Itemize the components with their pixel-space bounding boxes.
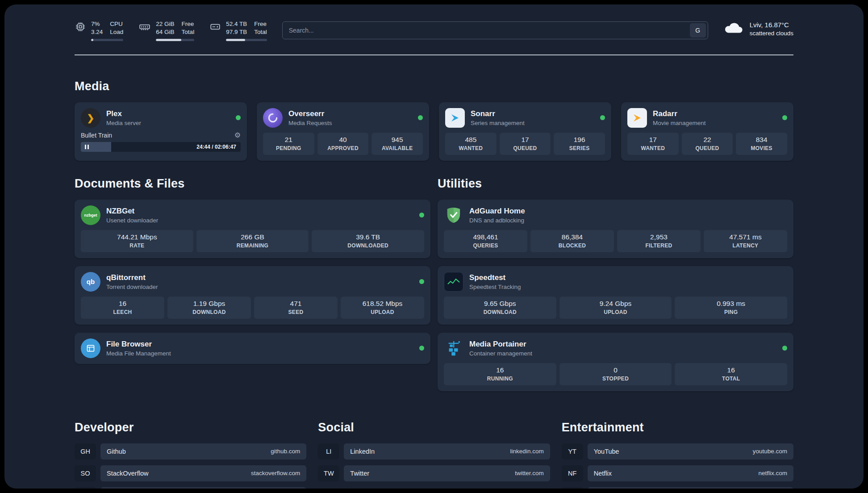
stat-value: 39.6 TB: [356, 233, 380, 241]
stat-label: QUEUED: [695, 145, 719, 151]
portainer-icon: [444, 338, 463, 358]
bookmark-stackoverflow[interactable]: SO StackOverflowstackoverflow.com: [75, 465, 306, 481]
bookmark-netflix[interactable]: NF Netflixnetflix.com: [562, 465, 793, 481]
stat-value: 0.993 ms: [717, 300, 745, 308]
stat-value: 21: [285, 136, 292, 144]
bookmark-name: Github: [107, 448, 126, 455]
bookmark-reddit[interactable]: RE Redditreddit.com: [562, 487, 793, 489]
app-card-overseerr[interactable]: Overseerr Media Requests 21PENDING 40APP…: [257, 102, 429, 161]
app-name: Radarr: [653, 109, 706, 118]
stat-value: 16: [119, 300, 126, 308]
cpu-widget: 7% CPU 3.24 Load: [75, 21, 123, 41]
radarr-icon: [627, 108, 647, 128]
app-subtitle: Media File Management: [106, 350, 171, 357]
stat-blocked: 86,384BLOCKED: [530, 230, 614, 252]
playback-progress-bar[interactable]: 24:44 / 02:06:47: [81, 142, 241, 152]
stat-filtered: 2,953FILTERED: [617, 230, 701, 252]
stat-label: STOPPED: [602, 376, 629, 382]
ram-free: 22 GiB: [156, 21, 174, 28]
bookmark-twitter[interactable]: TW Twittertwitter.com: [318, 465, 550, 481]
plex-icon: ❯: [81, 108, 100, 128]
app-name: Media Portainer: [469, 340, 532, 349]
bookmark-abbr: NF: [562, 465, 583, 481]
app-name: Overseerr: [288, 109, 332, 118]
bookmark-abbr: GH: [75, 443, 96, 460]
app-name: Plex: [106, 109, 141, 118]
app-subtitle: Speedtest Tracking: [469, 284, 521, 290]
disk-icon: [209, 21, 221, 34]
stat-label: TOTAL: [722, 376, 740, 382]
status-dot: [236, 115, 241, 120]
stat-value: 9.65 Gbps: [484, 300, 516, 308]
app-card-nzbget[interactable]: nzbget NZBGet Usenet downloader 744.21 M…: [75, 200, 430, 258]
app-card-qbittorrent[interactable]: qb qBittorrent Torrent downloader 16LEEC…: [75, 266, 430, 325]
stat-rate: 744.21 MbpsRATE: [81, 230, 193, 252]
section-title-media: Media: [75, 79, 793, 93]
dashboard-panel: 7% CPU 3.24 Load 22 GiB Free 64 GiB Tota…: [4, 4, 864, 489]
stat-label: PENDING: [276, 145, 301, 151]
app-card-speedtest[interactable]: Speedtest Speedtest Tracking 9.65 GbpsDO…: [438, 266, 793, 325]
bookmark-abbr: YT: [562, 443, 583, 460]
stat-label: DOWNLOAD: [192, 309, 225, 315]
bookmark-youtube[interactable]: YT YouTubeyoutube.com: [562, 443, 793, 460]
search-engine-button[interactable]: G: [690, 23, 706, 38]
bookmark-github[interactable]: GH Githubgithub.com: [75, 443, 306, 460]
stat-value: 1.19 Gbps: [193, 300, 225, 308]
app-card-sonarr[interactable]: Sonarr Series management 485WANTED 17QUE…: [439, 102, 611, 161]
section-title-developer: Developer: [75, 421, 306, 435]
app-card-adguard[interactable]: AdGuard Home DNS and adblocking 498,461Q…: [438, 200, 793, 258]
ram-bottom-label: Total: [182, 29, 195, 36]
stat-label: FILTERED: [645, 242, 672, 249]
stat-queued: 17QUEUED: [500, 133, 551, 155]
ram-total: 64 GiB: [156, 29, 174, 36]
app-name: Speedtest: [469, 273, 521, 282]
playback-time: 24:44 / 02:06:47: [196, 144, 236, 150]
app-subtitle: Movie management: [653, 120, 706, 126]
stat-wanted: 17WANTED: [627, 133, 679, 155]
weather-location: Lviv, 16.87°C: [750, 21, 793, 29]
stat-value: 945: [392, 136, 403, 144]
stat-queries: 498,461QUERIES: [444, 230, 527, 252]
app-card-plex[interactable]: ❯ Plex Media server Bullet Train ⚙ 24:44…: [75, 102, 247, 161]
app-name: File Browser: [106, 340, 171, 349]
stat-label: BLOCKED: [559, 242, 586, 249]
app-card-filebrowser[interactable]: File Browser Media File Management: [75, 333, 430, 364]
stat-leech: 16LEECH: [81, 297, 164, 319]
speedtest-icon: [444, 272, 463, 292]
ram-bar: [156, 39, 194, 41]
search-input[interactable]: [289, 27, 690, 34]
app-card-portainer[interactable]: Media Portainer Container management 16R…: [438, 333, 793, 391]
stat-label: REMAINING: [237, 242, 268, 249]
stat-label: WANTED: [641, 145, 665, 151]
pause-icon[interactable]: [85, 145, 89, 149]
stat-ping: 0.993 msPING: [675, 297, 787, 319]
bookmarks-social: Social LI LinkedInlinkedin.com TW Twitte…: [318, 421, 550, 489]
gear-icon[interactable]: ⚙: [234, 132, 241, 139]
disk-free: 52.4 TB: [226, 21, 247, 28]
bookmark-dev[interactable]: DT DEVdev.to: [75, 487, 306, 489]
stat-label: MOVIES: [751, 145, 772, 151]
bookmarks-developer: Developer GH Githubgithub.com SO StackOv…: [75, 421, 306, 489]
media-grid: ❯ Plex Media server Bullet Train ⚙ 24:44…: [75, 102, 793, 161]
status-dot: [419, 279, 424, 284]
stat-label: SEED: [288, 309, 304, 315]
stat-label: DOWNLOADED: [347, 242, 388, 249]
stat-label: UPLOAD: [604, 309, 627, 315]
cpu-bottom-label: Load: [110, 29, 123, 36]
stat-label: UPLOAD: [371, 309, 394, 315]
status-dot: [419, 346, 424, 351]
stat-stopped: 0STOPPED: [559, 363, 672, 385]
stat-value: 485: [465, 136, 476, 144]
top-bar: 7% CPU 3.24 Load 22 GiB Free 64 GiB Tota…: [75, 4, 793, 41]
stat-seed: 471SEED: [254, 297, 338, 319]
bookmark-url: twitter.com: [515, 470, 544, 476]
cpu-top-label: CPU: [110, 21, 123, 28]
disk-bar: [226, 39, 267, 41]
stat-pending: 21PENDING: [263, 133, 314, 155]
bookmark-linkedin[interactable]: LI LinkedInlinkedin.com: [318, 443, 550, 460]
stat-value: 834: [756, 136, 768, 144]
section-title-entertainment: Entertainment: [562, 421, 793, 435]
app-card-radarr[interactable]: Radarr Movie management 17WANTED 22QUEUE…: [621, 102, 793, 161]
stat-wanted: 485WANTED: [445, 133, 497, 155]
cpu-bar: [91, 39, 123, 41]
